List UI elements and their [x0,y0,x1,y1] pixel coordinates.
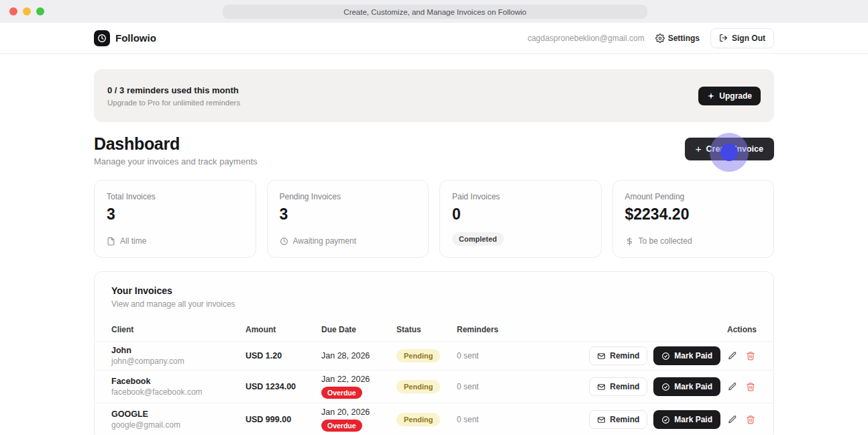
dollar-icon [625,237,634,246]
overdue-badge: Overdue [321,387,362,399]
mark-paid-label: Mark Paid [674,351,712,360]
stat-label: Pending Invoices [280,192,417,201]
stat-footer-text: All time [120,236,146,246]
reminders-count: 0 sent [457,415,557,424]
remind-label: Remind [610,351,639,360]
clock-logo-icon [94,30,110,46]
table-row: Facebook facebook@facebook.com USD 1234.… [95,370,773,403]
overdue-badge: Overdue [321,420,362,432]
remind-button[interactable]: Remind [589,346,647,365]
trash-icon [746,351,755,360]
create-invoice-button[interactable]: + Create Invoice [685,138,774,160]
clock-icon [280,237,288,246]
invoice-amount: USD 1.20 [246,351,321,360]
create-invoice-label: Create Invoice [706,144,763,154]
stat-card-pending-invoices: Pending Invoices 3 Awaiting payment [267,180,429,258]
client-name: Facebook [111,377,246,386]
stat-value: 3 [280,205,417,224]
stats-row: Total Invoices 3 All time Pending Invoic… [94,180,774,258]
window-title: Create, Customize, and Manage Invoices o… [343,8,526,16]
delete-button[interactable] [745,414,757,426]
client-email: facebook@facebook.com [111,387,246,397]
brand-name: Followio [115,32,156,44]
column-header-reminders: Reminders [457,325,557,334]
check-circle-icon [661,383,670,391]
remind-label: Remind [610,415,639,424]
table-header-row: Client Amount Due Date Status Reminders … [95,318,773,341]
plus-icon: + [696,146,702,152]
pencil-icon [728,351,737,360]
user-email: cagdaspronebeklion@gmail.com [527,34,644,43]
upgrade-button[interactable]: Upgrade [698,87,761,105]
reminders-count: 0 sent [457,351,557,360]
minimize-window-icon[interactable] [23,7,31,15]
gear-icon [655,34,665,43]
settings-button[interactable]: Settings [655,34,700,43]
delete-button[interactable] [745,381,757,393]
mark-paid-label: Mark Paid [674,415,712,424]
mark-paid-button[interactable]: Mark Paid [653,410,720,429]
sign-out-button[interactable]: Sign Out [710,28,774,48]
client-name: John [111,346,246,355]
window-titlebar: Create, Customize, and Manage Invoices o… [0,0,868,23]
envelope-icon [597,416,606,424]
upgrade-label: Upgrade [719,91,752,101]
stat-value: $2234.20 [625,205,762,224]
pencil-icon [728,415,737,424]
close-window-icon[interactable] [9,7,17,15]
app-header: Followio cagdaspronebeklion@gmail.com Se… [0,23,868,54]
envelope-icon [597,383,606,391]
invoices-title: Your Invoices [111,285,757,296]
edit-button[interactable] [726,381,739,393]
column-header-due-date: Due Date [321,325,396,334]
stat-value: 0 [452,205,589,224]
invoice-amount: USD 1234.00 [246,382,321,391]
status-badge: Pending [396,413,440,426]
stat-footer-text: Awaiting payment [293,236,357,246]
table-row: GOOGLE google@gmail.com USD 999.00 Jan 2… [95,403,773,435]
stat-value: 3 [107,205,243,224]
check-circle-icon [661,416,670,424]
invoices-card: Your Invoices View and manage all your i… [94,271,774,435]
stat-label: Amount Pending [625,192,762,201]
settings-label: Settings [668,34,700,43]
reminders-count: 0 sent [457,382,557,391]
stat-footer-text: To be collected [639,236,692,246]
page-subtitle: Manage your invoices and track payments [94,156,258,166]
edit-button[interactable] [726,350,739,362]
remind-button[interactable]: Remind [589,410,647,429]
file-icon [107,237,115,246]
mark-paid-button[interactable]: Mark Paid [653,346,720,365]
mark-paid-label: Mark Paid [674,382,712,391]
completed-badge: Completed [452,232,504,246]
remind-label: Remind [610,382,639,391]
reminders-usage-banner: 0 / 3 reminders used this month Upgrade … [94,69,774,122]
invoices-subtitle: View and manage all your invoices [111,299,757,309]
column-header-amount: Amount [246,325,321,334]
main-content: 0 / 3 reminders used this month Upgrade … [0,54,868,435]
envelope-icon [597,352,606,360]
due-date: Jan 22, 2026 [321,375,396,384]
client-name: GOOGLE [111,409,246,419]
edit-button[interactable] [726,414,739,426]
remind-button[interactable]: Remind [589,377,647,396]
trash-icon [746,415,755,424]
check-circle-icon [661,352,670,360]
delete-button[interactable] [745,350,757,362]
due-date: Jan 28, 2026 [321,351,396,360]
stat-card-amount-pending: Amount Pending $2234.20 To be collected [612,180,775,258]
mark-paid-button[interactable]: Mark Paid [653,377,720,396]
column-header-actions: Actions [557,325,757,334]
column-header-client: Client [111,325,246,334]
zoom-window-icon[interactable] [36,7,44,15]
table-row: John john@company.com USD 1.20 Jan 28, 2… [95,341,773,370]
column-header-status: Status [396,325,457,334]
invoice-amount: USD 999.00 [246,415,321,424]
logout-icon [719,34,728,42]
brand[interactable]: Followio [94,30,156,46]
pencil-icon [728,382,737,391]
client-email: google@gmail.com [111,420,246,430]
browser-tab[interactable]: Create, Customize, and Manage Invoices o… [223,5,647,19]
sparkle-icon [707,92,715,100]
sign-out-label: Sign Out [732,34,765,43]
